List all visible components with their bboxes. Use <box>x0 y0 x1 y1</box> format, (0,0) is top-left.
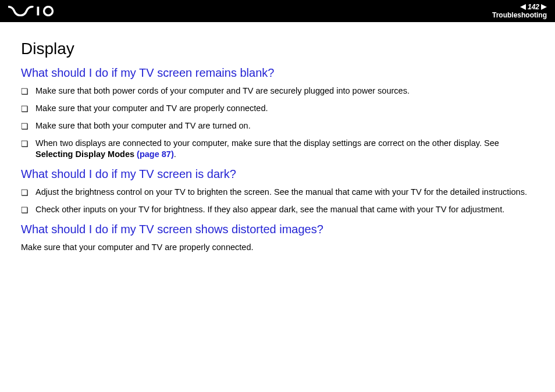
header-bar: 142 Troubleshooting <box>0 0 555 22</box>
bold-text: Selecting Display Modes <box>35 149 137 159</box>
svg-point-1 <box>44 7 53 16</box>
page-content: Display What should I do if my TV screen… <box>0 22 555 265</box>
list-item-text: When two displays are connected to your … <box>35 138 534 161</box>
list-item: ❏ Check other inputs on your TV for brig… <box>21 204 534 216</box>
list-item: ❏ Adjust the brightness control on your … <box>21 187 534 198</box>
bullet-icon: ❏ <box>21 121 29 132</box>
page-number: 142 <box>528 3 539 11</box>
text-suffix: . <box>174 149 176 159</box>
list-item-text: Make sure that both your computer and TV… <box>35 120 534 132</box>
text-prefix: When two displays are connected to your … <box>35 138 499 148</box>
list-item: ❏ When two displays are connected to you… <box>21 138 534 161</box>
list-item: ❏ Make sure that both power cords of you… <box>21 85 534 97</box>
bullet-icon: ❏ <box>21 187 29 198</box>
list-item-text: Make sure that both power cords of your … <box>35 85 534 97</box>
list-item-text: Make sure that your computer and TV are … <box>35 103 534 115</box>
vaio-logo <box>8 6 61 16</box>
bullet-list-2: ❏ Adjust the brightness control on your … <box>21 187 534 216</box>
question-heading-1: What should I do if my TV screen remains… <box>21 66 534 80</box>
next-page-arrow-icon[interactable] <box>541 4 547 10</box>
page-navigation: 142 <box>492 3 547 11</box>
bullet-icon: ❏ <box>21 86 29 97</box>
bullet-list-1: ❏ Make sure that both power cords of you… <box>21 85 534 161</box>
question-heading-2: What should I do if my TV screen is dark… <box>21 168 534 181</box>
bullet-icon: ❏ <box>21 138 29 149</box>
section-label: Troubleshooting <box>492 11 547 19</box>
paragraph-text: Make sure that your computer and TV are … <box>21 242 534 254</box>
list-item-text: Check other inputs on your TV for bright… <box>35 204 534 216</box>
list-item: ❏ Make sure that both your computer and … <box>21 120 534 132</box>
list-item-text: Adjust the brightness control on your TV… <box>35 187 534 198</box>
page-link[interactable]: (page 87) <box>137 149 174 159</box>
question-heading-3: What should I do if my TV screen shows d… <box>21 223 534 236</box>
bullet-icon: ❏ <box>21 104 29 115</box>
prev-page-arrow-icon[interactable] <box>520 4 526 10</box>
section-title: Display <box>21 40 534 58</box>
svg-rect-0 <box>37 7 40 16</box>
bullet-icon: ❏ <box>21 205 29 216</box>
list-item: ❏ Make sure that your computer and TV ar… <box>21 103 534 115</box>
header-meta: 142 Troubleshooting <box>492 3 547 20</box>
